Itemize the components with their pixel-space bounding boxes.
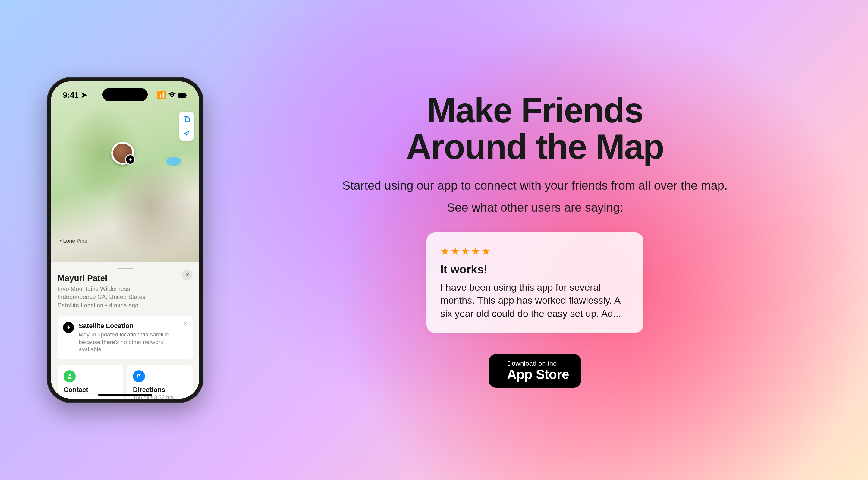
map-view[interactable]: Lone Pine ✦ [51, 82, 199, 265]
map-controls [179, 112, 194, 141]
sheet-handle[interactable] [118, 268, 133, 269]
star-icon: ★ [461, 245, 470, 257]
info-card-close-button[interactable]: ✕ [183, 320, 188, 327]
content-column: Make Friends Around the Map Started usin… [244, 92, 826, 388]
headline: Make Friends Around the Map [406, 92, 664, 166]
review-title: It works! [440, 263, 629, 276]
app-store-small: Download on the [507, 360, 569, 367]
directions-icon [133, 370, 145, 382]
headline-line-2: Around the Map [406, 127, 664, 167]
directions-label: Directions [133, 386, 187, 394]
map-label-lonepine: Lone Pine [60, 238, 87, 244]
phone-column: 9:41 ➤ 📶 Lone Pine [42, 77, 208, 403]
wifi-icon [168, 90, 176, 100]
svg-rect-0 [178, 93, 186, 98]
battery-icon [178, 90, 187, 100]
app-store-big: App Store [507, 367, 569, 382]
satellite-info-card: ✕ ✦ Satellite Location Mayuri updated lo… [58, 316, 193, 359]
person-place: Inyo Mountains Wilderness [58, 285, 193, 293]
dynamic-island [102, 88, 148, 101]
app-store-text: Download on the App Store [507, 360, 569, 382]
svg-point-2 [69, 374, 71, 376]
home-indicator[interactable] [98, 394, 152, 396]
status-right: 📶 [156, 90, 187, 100]
star-icon: ★ [481, 245, 490, 257]
location-arrow-icon: ➤ [81, 90, 87, 99]
app-store-button[interactable]: Download on the App Store [489, 354, 581, 388]
star-icon: ★ [440, 245, 450, 257]
phone-mockup: 9:41 ➤ 📶 Lone Pine [47, 77, 204, 403]
star-icon: ★ [451, 245, 460, 257]
map-layers-button[interactable] [179, 112, 194, 126]
headline-line-1: Make Friends [427, 91, 643, 130]
status-time: 9:41 ➤ [63, 90, 87, 100]
person-name: Mayuri Patel [58, 273, 193, 283]
satellite-icon: ✦ [63, 322, 74, 333]
phone-screen: 9:41 ➤ 📶 Lone Pine [51, 82, 199, 398]
landing-hero: 9:41 ➤ 📶 Lone Pine [0, 0, 868, 480]
detail-sheet: ✕ Mayuri Patel Inyo Mountains Wilderness… [51, 262, 199, 398]
subheading-1: Started using our app to connect with yo… [342, 179, 727, 192]
svg-rect-1 [186, 95, 187, 96]
subheading-2: See what other users are saying: [447, 201, 623, 214]
person-city: Independence CA, United States [58, 293, 193, 301]
review-stars: ★ ★ ★ ★ ★ [440, 245, 629, 257]
person-meta: Satellite Location • 4 mins ago [58, 301, 193, 309]
sheet-close-button[interactable]: ✕ [182, 270, 193, 280]
contact-icon [64, 370, 76, 382]
friend-avatar-pin[interactable]: ✦ [111, 142, 134, 164]
signal-icon: 📶 [156, 90, 166, 100]
info-card-title: Satellite Location [79, 322, 187, 330]
star-icon: ★ [471, 245, 480, 257]
contact-label: Contact [64, 386, 117, 394]
review-body: I have been using this app for several m… [440, 281, 629, 320]
info-card-body: Mayuri updated location via satellite be… [79, 331, 187, 353]
satellite-badge-icon: ✦ [125, 154, 135, 164]
review-card: ★ ★ ★ ★ ★ It works! I have been using th… [427, 233, 644, 333]
map-locate-button[interactable] [179, 126, 194, 141]
